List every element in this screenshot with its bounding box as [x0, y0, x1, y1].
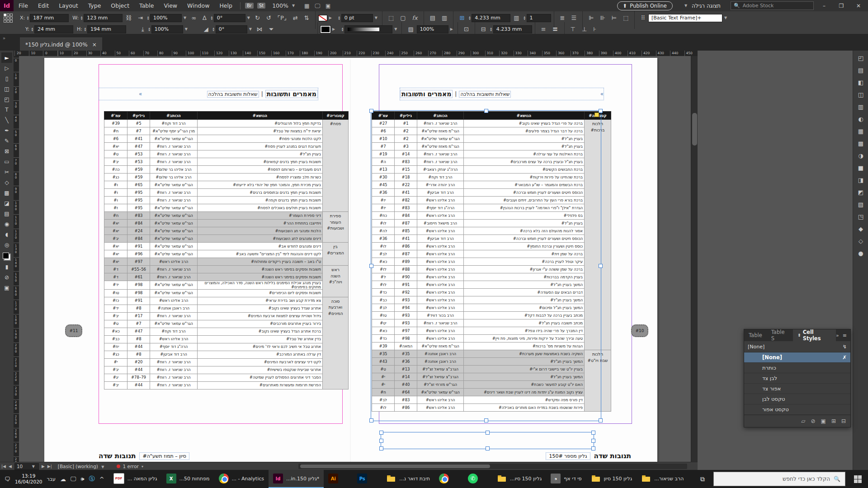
tab-table-styles[interactable]: Table S — [767, 329, 793, 341]
link-scale-icon[interactable]: ∞ — [191, 14, 196, 21]
distribute-icon[interactable]: ⬚ — [623, 14, 628, 21]
new-style-icon[interactable]: ⊞ — [831, 418, 836, 424]
cc-libraries-panel-icon[interactable]: ◇ — [855, 236, 866, 246]
pages-panel-icon[interactable]: ▤ — [855, 66, 866, 75]
screen-mode-button[interactable]: ▣ — [1, 282, 12, 293]
gradient-ramp[interactable] — [344, 25, 392, 33]
y-position-field[interactable]: 24 mm — [34, 25, 73, 33]
cell-style-item[interactable]: טקסט לבן — [744, 394, 850, 404]
layers-panel-icon[interactable]: ◧ — [855, 78, 866, 87]
onedrive-icon[interactable]: ☁ — [60, 476, 66, 483]
selection-handle[interactable] — [379, 439, 383, 443]
gutter2-field[interactable]: 4.233 mm — [493, 25, 532, 33]
frame-fitting-icon[interactable]: ⠿ — [641, 14, 645, 21]
selection-handle[interactable] — [369, 264, 373, 268]
taskbar-button[interactable] — [434, 470, 463, 488]
minimize-button[interactable]: – — [817, 3, 831, 9]
right-page-header-frame[interactable]: מאמרים ותשובות | שאלות ותשובות בהלכה « — [400, 88, 604, 100]
type-tool[interactable]: T — [1, 104, 12, 115]
stroke-weight-field[interactable]: 0 pt — [341, 14, 373, 22]
opacity-field[interactable]: 100% — [417, 25, 448, 33]
selected-table-frame[interactable] — [371, 110, 601, 421]
selection-handle[interactable] — [484, 418, 488, 422]
delete-style-icon[interactable]: ⊟ — [841, 418, 846, 424]
selection-handle[interactable] — [599, 264, 603, 268]
rotate-ccw-icon[interactable]: ↺ — [266, 14, 271, 21]
pen-tool[interactable]: ✒ — [1, 125, 12, 136]
eyedropper-tool[interactable]: ◉ — [1, 219, 12, 229]
fill-swatch[interactable] — [321, 26, 330, 33]
object-style-dropdown[interactable]: [Basic Text Frame]+ — [648, 14, 722, 22]
network-icon[interactable]: 🖵 — [71, 475, 76, 483]
menu-view[interactable]: View — [159, 0, 182, 11]
notifications-icon[interactable]: 🗨 — [5, 476, 10, 483]
break-link-icon[interactable]: ↯ — [843, 344, 847, 350]
width-field[interactable]: 123 mm — [84, 14, 123, 22]
stroke-panel-icon[interactable]: ▥ — [855, 102, 866, 112]
cell-style-item[interactable]: כותרת — [744, 363, 850, 373]
cell-style-item[interactable]: לבן צד — [744, 373, 850, 384]
selection-handle[interactable] — [591, 431, 595, 435]
panel-menu-icon[interactable]: ≡ — [843, 333, 847, 338]
left-page-footer[interactable]: תנובות שדה סיון – תמוז תשע"ה# — [99, 450, 189, 462]
bridge-button[interactable]: Br — [245, 3, 254, 9]
selected-text-frame[interactable] — [381, 432, 594, 449]
gradient-swatch-tool[interactable]: ▩ — [1, 188, 12, 198]
text-wrap-none-icon[interactable]: ▤ — [430, 14, 435, 21]
selection-tool[interactable]: ► — [1, 52, 12, 63]
taskbar-button[interactable]: Xמפתחות 50... — [162, 470, 214, 488]
arrange-documents-icon[interactable]: ▣ — [326, 3, 330, 9]
anchored-object-badge[interactable] — [594, 113, 599, 117]
apply-none-button[interactable]: ⊘ — [1, 272, 12, 282]
fill-stroke-proxy[interactable] — [3, 253, 11, 261]
previous-page-button[interactable]: ◀ — [9, 464, 12, 469]
links-panel-icon[interactable]: ◫ — [855, 90, 866, 99]
align-objects-center-icon[interactable]: ⊪ — [600, 14, 605, 21]
menu-object[interactable]: Object — [106, 0, 134, 11]
align-center-icon[interactable]: ☰ — [571, 14, 577, 21]
scissors-tool[interactable]: ✂ — [1, 167, 12, 177]
vertical-scroll-thumb[interactable] — [692, 113, 697, 145]
taskbar-button[interactable]: Id*גליון 150.in... — [269, 470, 324, 488]
transform-panel-icon[interactable]: ◰ — [855, 53, 866, 63]
taskbar-search[interactable]: 🔍 הקלד כאן כדי לחפש — [713, 472, 845, 486]
object-styles-panel-icon[interactable]: ■ — [855, 163, 866, 173]
rectangle-tool[interactable]: ▭ — [1, 156, 12, 167]
tab-close-icon[interactable]: × — [92, 42, 97, 48]
selection-handle[interactable] — [484, 109, 488, 113]
taskbar-button[interactable]: תיבת דואר נ... — [382, 470, 434, 488]
last-page-button[interactable]: ▶| — [47, 464, 52, 469]
selection-handle[interactable] — [369, 418, 373, 422]
right-page-footer[interactable]: גליון מספר 150# תנובות שדה — [489, 450, 631, 462]
adobe-stock-search[interactable]: 🔍Adobe Stock — [731, 1, 814, 10]
stock-button[interactable]: St — [257, 3, 265, 9]
zoom-level-dropdown[interactable]: 100% ▼ — [267, 0, 302, 11]
content-collector-tool[interactable]: ◰ — [1, 94, 12, 104]
taskbar-button[interactable]: Ps — [353, 470, 382, 488]
align-bottom-icon[interactable]: ≡ — [541, 26, 546, 33]
flip-vertical-icon[interactable]: ⇅ — [304, 14, 309, 21]
menu-file[interactable]: File — [14, 0, 33, 11]
cell-style-item[interactable]: אפור צד — [744, 384, 850, 394]
distribute-top-icon[interactable]: ⊤ — [571, 26, 576, 33]
style-group-folder-icon[interactable]: ▱ — [801, 418, 805, 424]
restore-button[interactable]: ❐ — [835, 3, 848, 9]
menu-type[interactable]: Type — [83, 0, 106, 11]
scale-x-field[interactable]: 100% — [150, 14, 182, 22]
menu-edit[interactable]: Edit — [33, 0, 54, 11]
flip-both-icon[interactable]: ⋈ — [257, 26, 263, 33]
page-tool[interactable]: ▯ — [1, 73, 12, 84]
taskbar-button[interactable]: גליון 150 סיו... — [492, 470, 546, 488]
shear-field[interactable]: 0° — [216, 25, 247, 33]
horizontal-scrollbar[interactable] — [298, 464, 687, 469]
tables-panel-icon[interactable]: ▧ — [855, 200, 866, 209]
selection-handle[interactable] — [591, 439, 595, 443]
menu-layout[interactable]: Layout — [54, 0, 83, 11]
x-position-field[interactable]: 187 mm — [30, 14, 69, 22]
text-wrap-bounding-icon[interactable]: ▥ — [442, 14, 447, 21]
preflight-panel-icon[interactable]: ● — [855, 249, 866, 258]
redefine-style-icon[interactable]: ▣ — [821, 418, 826, 424]
hidden-icons-chevron[interactable]: ^ — [99, 476, 104, 483]
close-button[interactable]: ✕ — [852, 3, 865, 9]
effects-icon[interactable]: fx — [412, 14, 418, 21]
